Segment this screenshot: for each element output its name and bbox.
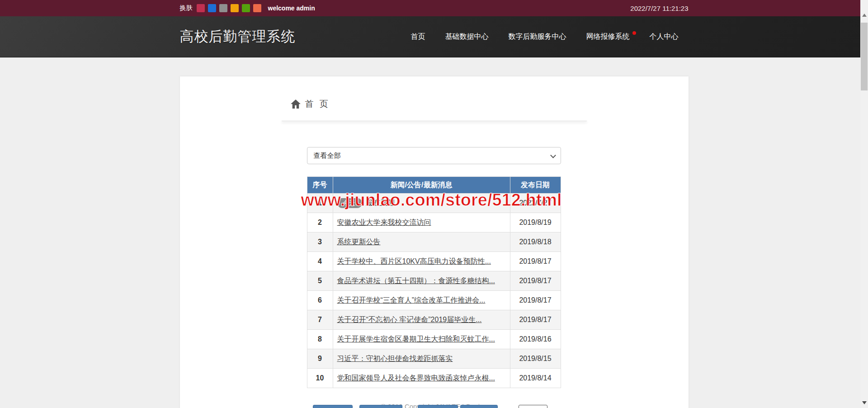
table-row: 9习近平：守初心担使命找差距抓落实2019/8/15 xyxy=(307,349,561,369)
row-number: 4 xyxy=(307,252,333,271)
row-number: 3 xyxy=(307,232,333,252)
row-title-cell: 关于学校中、西片区10KV高压电力设备预防性... xyxy=(333,252,510,271)
row-number: 9 xyxy=(307,349,333,369)
page-number-box[interactable] xyxy=(519,405,547,408)
col-header-title: 新闻/公告/最新消息 xyxy=(333,177,510,194)
news-link[interactable]: 关于召开学校“三全育人”综合改革工作推进会... xyxy=(337,296,486,304)
main-header: 高校后勤管理系统 首页基础数据中心数字后勤服务中心网络报修系统个人中心 xyxy=(0,16,868,57)
row-number: 2 xyxy=(307,213,333,232)
news-link[interactable]: 安徽农业大学来我校交流访问 xyxy=(337,218,431,226)
skin-color-swatch[interactable] xyxy=(253,4,261,12)
skin-swatch-group xyxy=(197,4,261,12)
row-number: 5 xyxy=(307,271,333,291)
vertical-scrollbar[interactable] xyxy=(860,0,868,408)
news-table-body: 1今天!发布新闻2022/7/272安徽农业大学来我校交流访问2019/8/19… xyxy=(307,194,561,388)
home-icon xyxy=(291,100,301,109)
today-badge: 今天! xyxy=(337,198,363,208)
nav-item-0[interactable]: 首页 xyxy=(401,28,435,46)
table-row: 7关于召开“不忘初心 牢记使命”2019届毕业生...2019/8/17 xyxy=(307,310,561,330)
row-date: 2019/8/19 xyxy=(510,213,561,232)
skin-color-swatch[interactable] xyxy=(219,4,227,12)
row-title-cell: 关于召开学校“三全育人”综合改革工作推进会... xyxy=(333,291,510,310)
row-date: 2019/8/17 xyxy=(510,291,561,310)
row-number: 8 xyxy=(307,330,333,349)
table-row: 2安徽农业大学来我校交流访问2019/8/19 xyxy=(307,213,561,232)
row-title-cell: 关于开展学生宿舍区暑期卫生大扫除和灭蚊工作... xyxy=(333,330,510,349)
table-row: 6关于召开学校“三全育人”综合改革工作推进会...2019/8/17 xyxy=(307,291,561,310)
row-title-cell: 安徽农业大学来我校交流访问 xyxy=(333,213,510,232)
table-row: 10党和国家领导人及社会各界致电致函哀悼卢永根...2019/8/14 xyxy=(307,369,561,388)
skin-color-swatch[interactable] xyxy=(208,4,216,12)
skin-color-swatch[interactable] xyxy=(231,4,239,12)
skin-color-swatch[interactable] xyxy=(197,4,205,12)
news-link[interactable]: 关于学校中、西片区10KV高压电力设备预防性... xyxy=(337,257,491,265)
news-link[interactable]: 关于召开“不忘初心 牢记使命”2019届毕业生... xyxy=(337,316,482,323)
row-date: 2019/8/15 xyxy=(510,349,561,369)
news-link[interactable]: 系统更新公告 xyxy=(337,238,381,246)
row-title-cell: 关于召开“不忘初心 牢记使命”2019届毕业生... xyxy=(333,310,510,330)
row-date: 2019/8/17 xyxy=(510,310,561,330)
pagination-button[interactable] xyxy=(460,405,498,408)
news-table: 序号 新闻/公告/最新消息 发布日期 1今天!发布新闻2022/7/272安徽农… xyxy=(307,176,561,388)
topbar: 换肤 welcome admin 2022/7/27 11:21:23 xyxy=(0,0,868,16)
page-background: 首 页 查看全部 序号 新闻/公告/最新消息 发布日期 1今天!发布新闻2022… xyxy=(0,57,868,408)
row-date: 2022/7/27 xyxy=(510,194,561,213)
table-row: 1今天!发布新闻2022/7/27 xyxy=(307,194,561,213)
pagination-button[interactable] xyxy=(418,405,458,408)
welcome-text: welcome admin xyxy=(268,5,315,12)
news-link[interactable]: 食品学术讲坛（第五十四期）：食源性多糖结构... xyxy=(337,277,495,285)
table-header-row: 序号 新闻/公告/最新消息 发布日期 xyxy=(307,177,561,194)
skin-color-swatch[interactable] xyxy=(242,4,250,12)
col-header-date: 发布日期 xyxy=(510,177,561,194)
scroll-down-icon[interactable] xyxy=(862,401,867,404)
change-skin-label: 换肤 xyxy=(180,4,193,12)
nav-item-4[interactable]: 个人中心 xyxy=(640,28,689,46)
breadcrumb: 首 页 xyxy=(291,76,689,110)
datetime-text: 2022/7/27 11:21:23 xyxy=(630,5,688,12)
news-link[interactable]: 发布新闻 xyxy=(366,199,395,206)
row-date: 2019/8/17 xyxy=(510,271,561,291)
row-title-cell: 系统更新公告 xyxy=(333,232,510,252)
row-number: 6 xyxy=(307,291,333,310)
row-title-cell: 习近平：守初心担使命找差距抓落实 xyxy=(333,349,510,369)
news-filter-select[interactable]: 查看全部 xyxy=(307,147,561,164)
row-date: 2019/8/18 xyxy=(510,232,561,252)
news-link[interactable]: 关于开展学生宿舍区暑期卫生大扫除和灭蚊工作... xyxy=(337,335,495,343)
nav-item-2[interactable]: 数字后勤服务中心 xyxy=(499,28,576,46)
row-number: 7 xyxy=(307,310,333,330)
news-link[interactable]: 习近平：守初心担使命找差距抓落实 xyxy=(337,355,453,362)
row-number: 10 xyxy=(307,369,333,388)
row-date: 2019/8/17 xyxy=(510,252,561,271)
col-header-no: 序号 xyxy=(307,177,333,194)
table-row: 5食品学术讲坛（第五十四期）：食源性多糖结构...2019/8/17 xyxy=(307,271,561,291)
content-card: 首 页 查看全部 序号 新闻/公告/最新消息 发布日期 1今天!发布新闻2022… xyxy=(180,76,689,408)
nav-item-1[interactable]: 基础数据中心 xyxy=(435,28,499,46)
table-row: 3系统更新公告2019/8/18 xyxy=(307,232,561,252)
nav-item-3[interactable]: 网络报修系统 xyxy=(576,28,640,46)
news-link[interactable]: 党和国家领导人及社会各界致电致函哀悼卢永根... xyxy=(337,374,495,382)
site-title: 高校后勤管理系统 xyxy=(180,27,296,46)
row-title-cell: 食品学术讲坛（第五十四期）：食源性多糖结构... xyxy=(333,271,510,291)
breadcrumb-label: 首 页 xyxy=(305,98,330,110)
main-nav: 首页基础数据中心数字后勤服务中心网络报修系统个人中心 xyxy=(401,28,689,46)
row-date: 2019/8/14 xyxy=(510,369,561,388)
row-title-cell: 党和国家领导人及社会各界致电致函哀悼卢永根... xyxy=(333,369,510,388)
chevron-down-icon xyxy=(550,152,556,158)
scroll-up-icon[interactable] xyxy=(862,14,867,17)
scrollbar-thumb[interactable] xyxy=(861,23,868,90)
select-value: 查看全部 xyxy=(314,152,341,160)
section-divider xyxy=(282,121,587,121)
table-row: 4关于学校中、西片区10KV高压电力设备预防性...2019/8/17 xyxy=(307,252,561,271)
pagination-button[interactable] xyxy=(313,405,353,408)
pagination-button[interactable] xyxy=(359,405,402,408)
notification-dot-icon xyxy=(632,31,636,35)
table-row: 8关于开展学生宿舍区暑期卫生大扫除和灭蚊工作...2019/8/16 xyxy=(307,330,561,349)
row-number: 1 xyxy=(307,194,333,213)
row-title-cell: 今天!发布新闻 xyxy=(333,194,510,213)
row-date: 2019/8/16 xyxy=(510,330,561,349)
